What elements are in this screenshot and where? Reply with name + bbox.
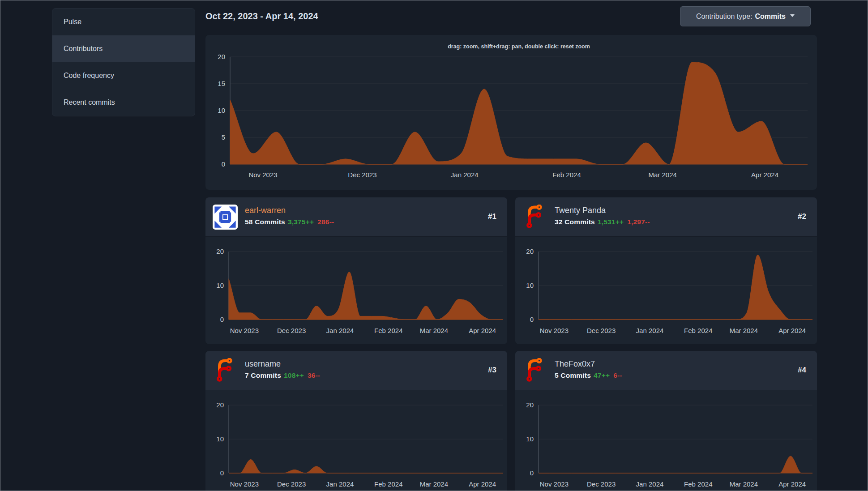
x-axis-month-label: Nov 2023: [248, 171, 277, 179]
y-axis-tick-label: 10: [216, 435, 224, 443]
forgejo-logo-avatar: [522, 358, 547, 383]
contributor-avatar: [522, 358, 547, 383]
contributor-stats: 5 Commits47++6--: [555, 371, 622, 380]
sidebar-item-contributors[interactable]: Contributors: [52, 35, 195, 62]
y-axis-tick-label: 10: [218, 107, 225, 114]
contributor-card-2: 01020Nov 2023Dec 2023Jan 2024Feb 2024Mar…: [515, 197, 817, 344]
contributor-name-link[interactable]: earl-warren: [245, 206, 286, 215]
contributor-card-header: TheFox0x75 Commits47++6--#4: [515, 351, 817, 390]
contributor-rank-badge: #1: [488, 212, 496, 221]
x-axis-month-label: Feb 2024: [374, 327, 402, 334]
y-axis-tick-label: 10: [216, 282, 224, 289]
x-axis-month-label: Nov 2023: [540, 327, 569, 334]
y-axis-tick-label: 10: [526, 435, 534, 443]
x-axis-month-label: Nov 2023: [230, 327, 259, 334]
contributor-rank-badge: #4: [798, 366, 806, 375]
x-axis-month-label: Apr 2024: [751, 171, 778, 179]
x-axis-month-label: Jan 2024: [451, 171, 479, 179]
contributor-card-3: 01020Nov 2023Dec 2023Jan 2024Feb 2024Mar…: [205, 351, 507, 491]
x-axis-month-label: Mar 2024: [420, 327, 448, 334]
x-axis-month-label: Jan 2024: [326, 327, 354, 334]
identicon-avatar-image: [213, 205, 238, 230]
y-axis-tick-label: 10: [526, 282, 534, 289]
commits-area-path: [539, 255, 812, 320]
contribution-type-dropdown[interactable]: Contribution type: Commits: [680, 6, 811, 26]
additions-count: 3,375++: [288, 218, 314, 226]
contribution-type-value: Commits: [755, 13, 785, 21]
main-commits-chart-card: drag: zoom, shift+drag: pan, double clic…: [205, 35, 817, 190]
y-axis-tick-label: 0: [530, 316, 534, 323]
x-axis-month-label: Apr 2024: [469, 327, 496, 334]
commits-area-path: [539, 456, 812, 473]
contributor-card-header: username7 Commits108++36--#3: [205, 351, 507, 390]
deletions-count: 6--: [613, 371, 622, 379]
contributor-stats: 58 Commits3,375++286--: [245, 218, 334, 226]
commit-count: 32 Commits: [555, 218, 595, 226]
sidebar-item-code-frequency[interactable]: Code frequency: [52, 62, 195, 89]
contributor-name-link[interactable]: username: [245, 359, 281, 369]
contributor-name-link[interactable]: Twenty Panda: [555, 206, 606, 215]
contributor-stats: 7 Commits108++36--: [245, 371, 320, 380]
x-axis-month-label: Nov 2023: [230, 480, 259, 488]
contributor-card-header: Twenty Panda32 Commits1,531++1,297--#2: [515, 197, 817, 237]
y-axis-tick-label: 5: [222, 133, 225, 141]
x-axis-month-label: Mar 2024: [649, 171, 677, 179]
x-axis-month-label: Jan 2024: [636, 480, 664, 488]
commit-count: 7 Commits: [245, 371, 281, 379]
x-axis-month-label: Jan 2024: [636, 327, 664, 334]
total-commits-area-chart[interactable]: 05101520Nov 2023Dec 2023Jan 2024Feb 2024…: [205, 35, 817, 190]
commits-area-path: [230, 62, 808, 164]
x-axis-month-label: Mar 2024: [420, 480, 448, 488]
x-axis-month-label: Feb 2024: [374, 480, 402, 488]
x-axis-month-label: Mar 2024: [730, 327, 758, 334]
x-axis-month-label: Dec 2023: [587, 480, 616, 488]
x-axis-month-label: Feb 2024: [684, 480, 712, 488]
x-axis-month-label: Dec 2023: [277, 480, 306, 488]
contributor-rank-badge: #3: [488, 366, 496, 375]
contributor-stats: 32 Commits1,531++1,297--: [555, 218, 650, 226]
y-axis-tick-label: 15: [218, 80, 225, 87]
contributor-rank-badge: #2: [798, 212, 806, 221]
y-axis-tick-label: 0: [530, 469, 534, 477]
commits-area-path: [229, 272, 503, 320]
contribution-type-label: Contribution type:: [696, 13, 752, 21]
commit-count: 5 Commits: [555, 371, 591, 379]
x-axis-month-label: Nov 2023: [540, 480, 569, 488]
x-axis-month-label: Feb 2024: [684, 327, 712, 334]
commit-count: 58 Commits: [245, 218, 285, 226]
y-axis-tick-label: 20: [216, 248, 224, 255]
x-axis-month-label: Apr 2024: [778, 480, 806, 488]
forgejo-logo-avatar: [213, 358, 238, 383]
contributor-card-1: 01020Nov 2023Dec 2023Jan 2024Feb 2024Mar…: [205, 197, 507, 344]
x-axis-month-label: Jan 2024: [326, 480, 354, 488]
x-axis-month-label: Mar 2024: [730, 480, 758, 488]
date-range-title: Oct 22, 2023 - Apr 14, 2024: [205, 11, 318, 21]
contributor-avatar: [213, 358, 238, 383]
commits-area-path: [229, 460, 503, 473]
contributors-page: { "sidebar": { "items": [ { "label": "Pu…: [0, 0, 868, 491]
forgejo-logo-avatar: [522, 205, 547, 230]
x-axis-month-label: Apr 2024: [469, 480, 496, 488]
y-axis-tick-label: 0: [222, 160, 225, 168]
additions-count: 47++: [594, 371, 610, 379]
x-axis-month-label: Dec 2023: [348, 171, 376, 179]
y-axis-tick-label: 20: [526, 248, 534, 255]
additions-count: 108++: [284, 371, 304, 379]
sidebar-item-pulse[interactable]: Pulse: [52, 9, 195, 35]
deletions-count: 1,297--: [627, 218, 650, 226]
contributor-card-header: earl-warren58 Commits3,375++286--#1: [205, 197, 507, 237]
y-axis-tick-label: 0: [220, 469, 224, 477]
x-axis-month-label: Apr 2024: [778, 327, 806, 334]
deletions-count: 36--: [308, 371, 320, 379]
contributor-avatar: [522, 205, 547, 230]
y-axis-tick-label: 0: [220, 316, 224, 323]
sidebar-item-recent-commits[interactable]: Recent commits: [52, 89, 195, 116]
contributor-name-link[interactable]: TheFox0x7: [555, 359, 595, 369]
y-axis-tick-label: 20: [218, 53, 225, 60]
contributor-card-4: 01020Nov 2023Dec 2023Jan 2024Feb 2024Mar…: [515, 351, 817, 491]
x-axis-month-label: Dec 2023: [277, 327, 306, 334]
x-axis-month-label: Feb 2024: [552, 171, 581, 179]
chevron-down-icon: [790, 14, 795, 17]
x-axis-month-label: Dec 2023: [587, 327, 616, 334]
y-axis-tick-label: 20: [526, 401, 534, 409]
